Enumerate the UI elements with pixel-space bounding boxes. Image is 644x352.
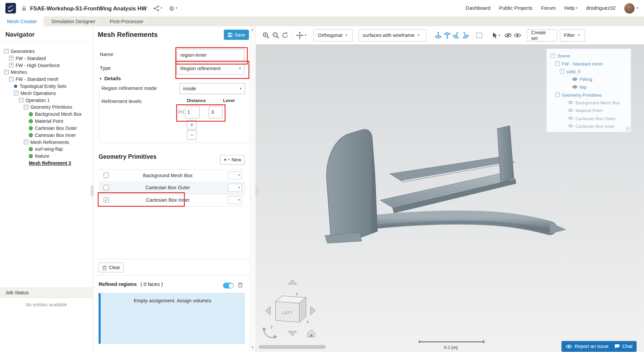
- collapse-navigator-handle[interactable]: ⋮: [91, 186, 94, 196]
- navigation-cube[interactable]: LEFT z x y: [262, 278, 319, 342]
- add-level-button[interactable]: +: [187, 120, 197, 130]
- table-row-cartesian-box-inner[interactable]: ✓ Cartesian Box Inner ▾: [99, 194, 245, 207]
- tree-item-geometries[interactable]: −Geometries: [0, 48, 93, 55]
- scene-item-geometry-primitives[interactable]: −Geometry Primitives: [547, 91, 631, 99]
- tree-item-fw-standard-mesh[interactable]: −FW - Standard mesh: [0, 76, 93, 83]
- eye-icon[interactable]: [568, 124, 573, 128]
- expand-icon[interactable]: +: [9, 56, 13, 60]
- reset-view-button[interactable]: [282, 32, 288, 39]
- scene-item-cartesian-box-inner[interactable]: Cartesian Box Inner: [547, 122, 631, 130]
- zoom-out-button[interactable]: [272, 32, 279, 39]
- collapse-icon[interactable]: −: [4, 49, 8, 53]
- tree-item-mesh-refinement-3[interactable]: Mesh Refinement 3: [0, 159, 93, 166]
- row-options-select[interactable]: ▾: [228, 171, 242, 180]
- row-checkbox[interactable]: [104, 172, 109, 178]
- front-wing-model[interactable]: [322, 124, 568, 244]
- job-status-header[interactable]: Job Status: [0, 288, 93, 298]
- zoom-in-button[interactable]: [262, 32, 269, 39]
- tree-item-mesh-refinements[interactable]: −Mesh Refinements: [0, 139, 93, 146]
- scene-item-fw-standard-mesh[interactable]: −FW - Standard mesh: [547, 60, 631, 67]
- delete-assignment-button[interactable]: [238, 282, 243, 289]
- rotate-up-arrow[interactable]: [288, 280, 297, 284]
- nav-username[interactable]: drodriguez32: [586, 5, 616, 11]
- collapse-icon[interactable]: −: [560, 69, 564, 73]
- rotate-right-arrow[interactable]: [311, 306, 315, 314]
- collapse-icon[interactable]: −: [551, 53, 555, 58]
- collapse-icon[interactable]: −: [4, 70, 8, 74]
- scroll-down-icon[interactable]: ▼: [250, 346, 255, 349]
- collapse-icon[interactable]: −: [19, 98, 23, 102]
- nav-public-projects[interactable]: Public Projects: [499, 5, 533, 11]
- save-button[interactable]: Save: [224, 30, 249, 40]
- table-row-cartesian-box-outer[interactable]: Cartesian Box Outer ▾: [99, 182, 245, 194]
- nav-forum[interactable]: Forum: [541, 5, 556, 11]
- tree-item-background-mesh-box[interactable]: ✓Background Mesh Box: [0, 110, 93, 117]
- tree-item-topological-entity-sets[interactable]: Topological Entity Sets: [0, 83, 93, 90]
- tab-post-processor[interactable]: Post-Processor: [103, 16, 151, 26]
- home-view-button[interactable]: [308, 330, 315, 337]
- row-checkbox-checked[interactable]: ✓: [104, 197, 109, 203]
- eye-icon[interactable]: [572, 85, 578, 89]
- table-row-background-mesh-box[interactable]: Background Mesh Box ▾: [99, 169, 245, 182]
- collapse-icon[interactable]: −: [555, 93, 560, 97]
- scene-tree-overlay[interactable]: −Scene −FW - Standard mesh −solid_0 FWin…: [546, 48, 631, 132]
- collapse-panel-handle[interactable]: ⋮: [256, 186, 259, 196]
- rotate-down-arrow[interactable]: [288, 331, 297, 336]
- tree-item-feature[interactable]: ✓feature: [0, 152, 93, 159]
- scene-item-solid-0[interactable]: −solid_0: [547, 67, 631, 75]
- expand-icon[interactable]: +: [9, 63, 13, 67]
- assignment-toggle[interactable]: [223, 283, 234, 288]
- horizontal-scrollbar-thumb[interactable]: [259, 345, 326, 349]
- simscale-logo-icon[interactable]: [5, 3, 16, 14]
- scene-item-material-point[interactable]: Material Point: [547, 106, 631, 114]
- projection-select[interactable]: Orthogonal▾: [314, 29, 353, 42]
- settings-button[interactable]: ⚙ ▾: [169, 5, 177, 11]
- tree-item-cartesian-box-outer[interactable]: ✓Cartesian Box Outer: [0, 124, 93, 132]
- level-input[interactable]: [209, 106, 223, 118]
- tree-item-surf-wing-flap[interactable]: ✓surf-wing-flap: [0, 145, 93, 152]
- collapse-icon[interactable]: −: [24, 105, 28, 109]
- tree-item-fw-high-downforce[interactable]: +FW - High Downforce: [0, 62, 93, 69]
- row-options-select[interactable]: ▾: [228, 184, 242, 192]
- tree-item-operation-1[interactable]: −Operation 1: [0, 97, 93, 104]
- show-all-button[interactable]: [514, 33, 521, 38]
- name-input[interactable]: [177, 49, 245, 61]
- collapse-icon[interactable]: −: [14, 91, 18, 95]
- select-tool-button[interactable]: ▾: [492, 32, 500, 39]
- render-mode-select[interactable]: surfaces with wireframe▾: [359, 29, 426, 42]
- tab-simulation-designer[interactable]: Simulation Designer: [44, 16, 103, 26]
- clip-plane-button[interactable]: [434, 32, 442, 39]
- nav-dashboard[interactable]: Dashboard: [466, 5, 490, 11]
- refinement-mode-select[interactable]: inside ▾: [179, 83, 245, 94]
- collapse-icon[interactable]: −: [555, 61, 560, 65]
- avatar[interactable]: [624, 3, 635, 13]
- eye-icon[interactable]: [568, 108, 573, 112]
- nav-help[interactable]: Help▾: [564, 5, 578, 11]
- scene-item-fwing[interactable]: FWing: [547, 75, 631, 83]
- clip-plane-x-button[interactable]: [443, 32, 451, 39]
- filter-button[interactable]: Filter▾: [560, 29, 585, 42]
- scene-item-cartesian-box-outer[interactable]: Cartesian Box Outer: [547, 114, 631, 122]
- box-select-button[interactable]: [476, 32, 483, 38]
- details-section-toggle[interactable]: ▼ Details: [99, 76, 121, 81]
- remove-level-button[interactable]: −: [187, 130, 197, 140]
- scene-item-scene[interactable]: −Scene: [547, 52, 631, 59]
- pan-tool-button[interactable]: ▾: [296, 32, 307, 39]
- 3d-viewport-canvas[interactable]: −Scene −FW - Standard mesh −solid_0 FWin…: [256, 44, 644, 352]
- distance-input[interactable]: [185, 106, 200, 118]
- eye-icon[interactable]: [572, 77, 578, 81]
- chat-button[interactable]: Chat: [610, 341, 637, 352]
- type-select[interactable]: Region refinement ▾: [177, 62, 245, 75]
- collapse-icon[interactable]: −: [9, 77, 13, 81]
- eye-icon[interactable]: [568, 116, 573, 120]
- tab-mesh-creator[interactable]: Mesh Creator: [0, 16, 44, 26]
- collapse-icon[interactable]: −: [24, 140, 28, 144]
- resize-handle[interactable]: [626, 127, 630, 131]
- left-endplate[interactable]: [325, 130, 378, 243]
- clip-plane-z-button[interactable]: [461, 32, 469, 39]
- clear-button[interactable]: Clear: [99, 262, 124, 272]
- share-button[interactable]: ▾: [153, 5, 162, 11]
- tree-item-fw-standard[interactable]: +FW - Standard: [0, 55, 93, 62]
- tree-item-mesh-operations[interactable]: −Mesh Operations: [0, 90, 93, 97]
- tree-item-cartesian-box-inner[interactable]: ✓Cartesian Box Inner: [0, 132, 93, 139]
